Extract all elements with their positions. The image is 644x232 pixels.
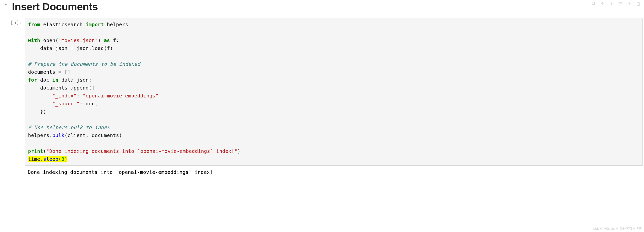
duplicate-icon[interactable] <box>591 1 596 6</box>
operator: . <box>89 45 92 51</box>
move-down-icon[interactable] <box>609 1 614 6</box>
code-text: ) <box>64 156 68 162</box>
output-prompt <box>0 167 25 169</box>
code-text: documents <box>28 69 58 75</box>
string-literal: "openai-movie-embeddings" <box>82 93 158 99</box>
input-prompt: [5]: <box>0 18 25 25</box>
code-text: : doc, <box>80 101 98 107</box>
method-name: bulk <box>52 132 64 138</box>
code-cell-content: from elasticsearch import helpers with o… <box>25 18 642 166</box>
collapse-toggle[interactable] <box>0 0 12 6</box>
code-text: helpers <box>28 132 49 138</box>
svg-rect-1 <box>592 2 594 4</box>
method-name: sleep <box>43 156 58 162</box>
delete-cell-icon[interactable] <box>636 1 641 6</box>
add-cell-icon[interactable] <box>627 1 632 6</box>
code-text: documents <box>28 85 68 91</box>
code-text: data_json <box>28 45 70 51</box>
import-name: helpers <box>104 21 128 27</box>
code-text <box>28 101 52 107</box>
section-heading: Insert Documents <box>12 0 98 15</box>
operator: . <box>49 132 52 138</box>
code-text: ( <box>58 156 61 162</box>
code-cell: [5]: from elasticsearch import helpers w… <box>0 18 644 166</box>
keyword-for: for <box>28 77 37 83</box>
string-literal: "Done indexing documents into `openai-mo… <box>46 148 237 154</box>
code-text: open( <box>40 37 58 43</box>
code-text: doc <box>37 77 52 83</box>
operator: . <box>40 156 43 162</box>
output-cell: Done indexing documents into `openai-mov… <box>0 167 644 177</box>
comment: # Use helpers.bulk to index <box>28 124 110 130</box>
code-text: (f) <box>104 45 113 51</box>
keyword-in: in <box>52 77 58 83</box>
module-name: elasticsearch <box>40 21 86 27</box>
keyword-with: with <box>28 37 40 43</box>
code-text: ({ <box>89 85 95 91</box>
code-text: [] <box>62 69 71 75</box>
string-literal: "_index" <box>52 93 76 99</box>
cell-toolbar <box>590 0 642 7</box>
insert-above-icon[interactable] <box>618 1 623 6</box>
code-text: load <box>92 45 104 51</box>
code-text: time <box>28 156 40 162</box>
comment: # Prepare the documents to be indexed <box>28 61 140 67</box>
string-literal: 'movies.json' <box>58 37 98 43</box>
move-up-icon[interactable] <box>600 1 605 6</box>
code-text: : <box>76 93 82 99</box>
code-editor[interactable]: from elasticsearch import helpers with o… <box>25 18 642 166</box>
code-text: data_json: <box>58 77 92 83</box>
string-literal: "_source" <box>52 101 80 107</box>
number-literal: 3 <box>62 156 64 162</box>
code-text: ) <box>98 37 104 43</box>
code-text: , <box>158 93 161 99</box>
operator: = <box>58 69 61 75</box>
stdout-output: Done indexing documents into `openai-mov… <box>25 167 644 177</box>
code-text: ) <box>238 148 240 154</box>
code-text: ( <box>43 148 46 154</box>
code-text: (client, documents) <box>64 132 122 138</box>
builtin-print: print <box>28 148 43 154</box>
keyword-from: from <box>28 21 40 27</box>
code-text: }) <box>28 109 46 115</box>
notebook-container: Insert Documents [5]: fr <box>0 0 644 177</box>
operator: . <box>68 85 70 91</box>
keyword-import: import <box>86 21 104 27</box>
code-text <box>28 93 52 99</box>
operator: = <box>70 45 73 51</box>
svg-rect-2 <box>619 2 622 3</box>
svg-rect-0 <box>593 3 595 5</box>
code-text: f: <box>110 37 119 43</box>
chevron-down-icon <box>4 3 8 6</box>
markdown-cell-row: Insert Documents <box>0 0 644 17</box>
svg-rect-3 <box>619 4 622 5</box>
code-text: json <box>74 45 89 51</box>
keyword-as: as <box>104 37 110 43</box>
highlighted-line: time.sleep(3) <box>28 156 68 162</box>
markdown-cell: Insert Documents <box>0 0 644 15</box>
method-name: append <box>70 85 88 91</box>
